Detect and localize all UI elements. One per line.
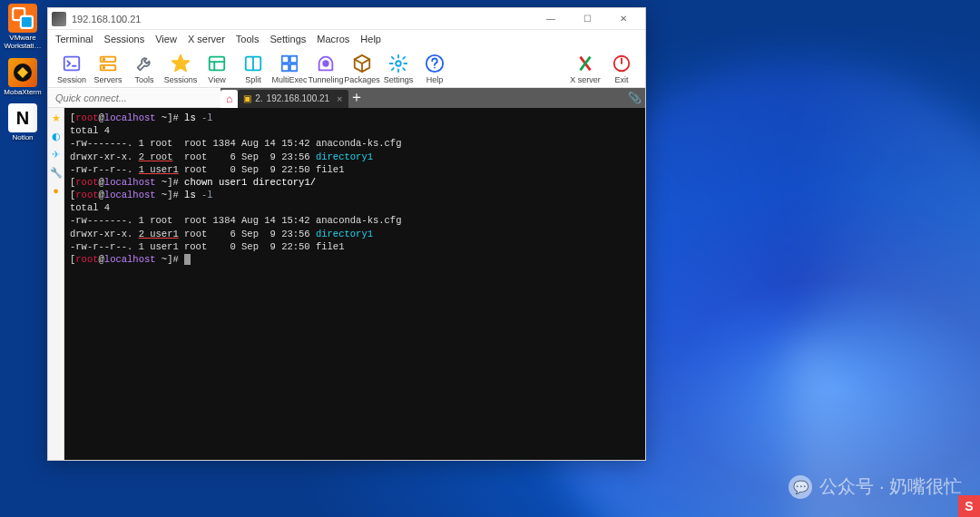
toolbar-label: Sessions xyxy=(164,75,198,84)
split-icon xyxy=(242,53,264,74)
svg-rect-1 xyxy=(21,16,33,28)
star-icon xyxy=(170,53,191,74)
tunnel-icon xyxy=(315,53,337,74)
session-button[interactable]: Session xyxy=(54,51,90,86)
menu-help[interactable]: Help xyxy=(360,34,381,44)
desktop-icons-column: VMware Workstati… MobaXterm N Notion xyxy=(4,4,42,142)
gear-icon xyxy=(387,53,409,74)
tray-app-icon[interactable]: S xyxy=(958,495,980,517)
sessions-tab[interactable]: ◐ xyxy=(50,130,63,142)
view-button[interactable]: View xyxy=(199,51,235,86)
close-button[interactable]: ✕ xyxy=(605,8,642,30)
home-icon: ⌂ xyxy=(226,93,232,105)
svg-rect-17 xyxy=(290,64,297,71)
toolbar: SessionServersToolsSessionsViewSplitMult… xyxy=(48,48,645,88)
toolbar-label: View xyxy=(208,75,225,84)
power-icon xyxy=(611,53,632,74)
home-tab[interactable]: ⌂ xyxy=(220,90,238,108)
mobaxterm-icon xyxy=(8,58,37,87)
maximize-button[interactable]: ☐ xyxy=(569,8,605,30)
xserver-icon xyxy=(574,53,596,74)
menu-settings[interactable]: Settings xyxy=(270,34,307,44)
settings-button[interactable]: Settings xyxy=(380,51,416,86)
servers-button[interactable]: Servers xyxy=(90,51,126,86)
menu-terminal[interactable]: Terminal xyxy=(55,34,93,44)
quick-connect-input[interactable] xyxy=(48,89,220,107)
menu-macros[interactable]: Macros xyxy=(317,34,349,44)
terminal-output[interactable]: [root@localhost ~]# ls -l total 4 -rw---… xyxy=(64,108,645,460)
svg-point-18 xyxy=(323,61,328,66)
help-button[interactable]: Help xyxy=(416,51,453,86)
toolbar-label: Help xyxy=(426,75,444,84)
toolbar-label: Tunneling xyxy=(308,75,343,84)
menubar: Terminal Sessions View X server Tools Se… xyxy=(48,30,645,48)
svg-point-7 xyxy=(103,67,105,69)
xserver-button[interactable]: X server xyxy=(567,51,603,86)
notion-icon: N xyxy=(8,103,37,132)
tabstrip: ⌂ ▣ 2. 192.168.100.21 × ＋ 📎 xyxy=(220,88,645,108)
toolbar-label: X server xyxy=(570,75,601,84)
window-title: 192.168.100.21 xyxy=(72,14,533,24)
tab-terminal-icon: ▣ xyxy=(243,93,251,103)
titlebar[interactable]: 192.168.100.21 — ☐ ✕ xyxy=(48,8,645,30)
favorites-tab[interactable]: ★ xyxy=(50,112,63,124)
svg-rect-14 xyxy=(282,56,289,63)
tab-label: 192.168.100.21 xyxy=(267,93,330,103)
toolbar-label: MultiExec xyxy=(271,75,307,84)
minimize-button[interactable]: — xyxy=(533,8,569,30)
svg-point-6 xyxy=(103,59,105,61)
app-icon xyxy=(52,12,66,26)
desktop-icon-label: MobaXterm xyxy=(4,89,41,97)
tools-tab[interactable]: 🔧 xyxy=(50,166,63,179)
toolbar-label: Settings xyxy=(384,75,414,84)
quick-connect-row: ⌂ ▣ 2. 192.168.100.21 × ＋ 📎 xyxy=(48,88,645,108)
tab-close-icon[interactable]: × xyxy=(337,93,342,104)
desktop-icon-mobaxterm[interactable]: MobaXterm xyxy=(4,58,42,97)
tab-index: 2. xyxy=(255,93,262,103)
menu-xserver[interactable]: X server xyxy=(188,34,225,44)
toolbar-label: Tools xyxy=(134,75,153,84)
help-icon xyxy=(424,53,446,74)
desktop-icon-notion[interactable]: N Notion xyxy=(4,103,42,142)
sftp-tab[interactable]: ✈ xyxy=(50,148,63,161)
multiexec-button[interactable]: MultiExec xyxy=(271,51,308,86)
toolbar-label: Packages xyxy=(344,75,380,84)
toolbar-label: Servers xyxy=(93,75,122,84)
exit-button[interactable]: Exit xyxy=(603,51,640,86)
watermark-text: 公众号 · 奶嘴很忙 xyxy=(819,474,962,499)
side-toolbar: ★◐✈🔧● xyxy=(48,108,64,460)
package-icon xyxy=(351,53,373,74)
desktop-icon-label: Notion xyxy=(12,134,33,142)
new-tab-button[interactable]: ＋ xyxy=(348,88,365,107)
menu-tools[interactable]: Tools xyxy=(236,34,260,44)
split-button[interactable]: Split xyxy=(235,51,271,86)
sessions-button[interactable]: Sessions xyxy=(162,51,199,86)
menu-view[interactable]: View xyxy=(155,34,177,44)
wrench-icon xyxy=(133,53,155,74)
svg-marker-8 xyxy=(172,55,189,71)
desktop-icon-label: VMware Workstati… xyxy=(4,34,42,51)
toolbar-label: Split xyxy=(245,75,261,84)
session-tab-active[interactable]: ▣ 2. 192.168.100.21 × xyxy=(238,90,348,108)
desktop-icon-vmware[interactable]: VMware Workstati… xyxy=(4,4,42,51)
svg-point-19 xyxy=(396,61,401,66)
multi-icon xyxy=(279,53,300,74)
wechat-icon: 💬 xyxy=(789,475,812,499)
tools-button[interactable]: Tools xyxy=(126,51,162,86)
menu-sessions[interactable]: Sessions xyxy=(104,34,145,44)
toolbar-label: Session xyxy=(57,75,86,84)
watermark: 💬 公众号 · 奶嘴很忙 xyxy=(789,474,962,499)
packages-button[interactable]: Packages xyxy=(344,51,380,86)
tunneling-button[interactable]: Tunneling xyxy=(308,51,344,86)
terminal-icon xyxy=(61,53,83,74)
layout-icon xyxy=(206,53,228,74)
vmware-icon xyxy=(8,4,37,33)
servers-icon xyxy=(97,53,119,74)
svg-rect-3 xyxy=(64,57,80,71)
paperclip-icon[interactable]: 📎 xyxy=(628,92,642,104)
svg-rect-15 xyxy=(290,56,297,63)
svg-rect-16 xyxy=(282,64,289,71)
body-area: ★◐✈🔧● [root@localhost ~]# ls -l total 4 … xyxy=(48,108,645,460)
mobaxterm-window: 192.168.100.21 — ☐ ✕ Terminal Sessions V… xyxy=(47,7,646,461)
macros-tab[interactable]: ● xyxy=(50,184,63,197)
